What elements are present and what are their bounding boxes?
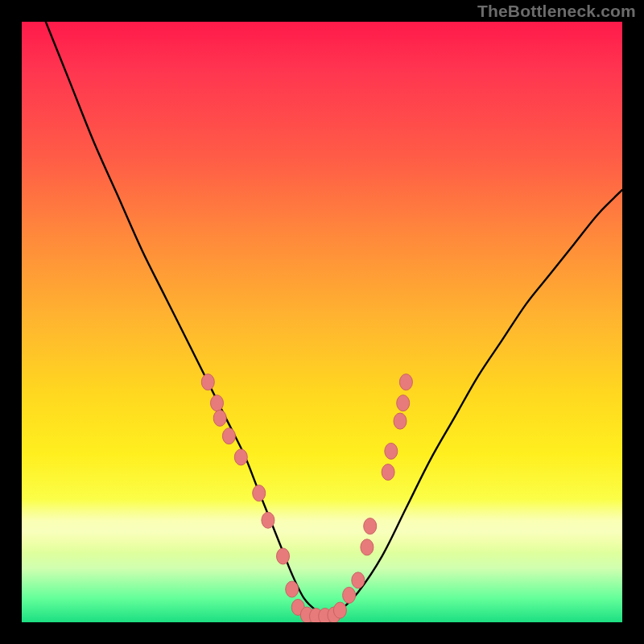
data-marker xyxy=(213,410,226,426)
data-marker xyxy=(253,485,266,502)
plot-area xyxy=(22,22,622,622)
chart-svg-layer xyxy=(22,22,622,622)
data-marker xyxy=(361,539,374,555)
data-marker xyxy=(277,548,290,564)
data-marker xyxy=(201,374,214,390)
data-marker xyxy=(333,602,346,618)
chart-frame: TheBottleneck.com xyxy=(0,0,644,644)
data-marker xyxy=(262,512,275,528)
data-marker xyxy=(286,581,299,597)
data-marker xyxy=(385,443,398,459)
data-marker xyxy=(234,449,247,465)
data-marker xyxy=(364,518,377,535)
data-marker xyxy=(394,413,407,429)
data-marker xyxy=(352,572,365,588)
data-markers xyxy=(201,374,412,622)
bottleneck-curve xyxy=(46,22,622,617)
watermark-label: TheBottleneck.com xyxy=(477,2,636,21)
data-marker xyxy=(211,395,224,411)
data-marker xyxy=(343,587,356,603)
data-marker xyxy=(397,395,410,411)
data-marker xyxy=(382,464,394,481)
data-marker xyxy=(222,428,235,444)
data-marker xyxy=(399,374,412,390)
